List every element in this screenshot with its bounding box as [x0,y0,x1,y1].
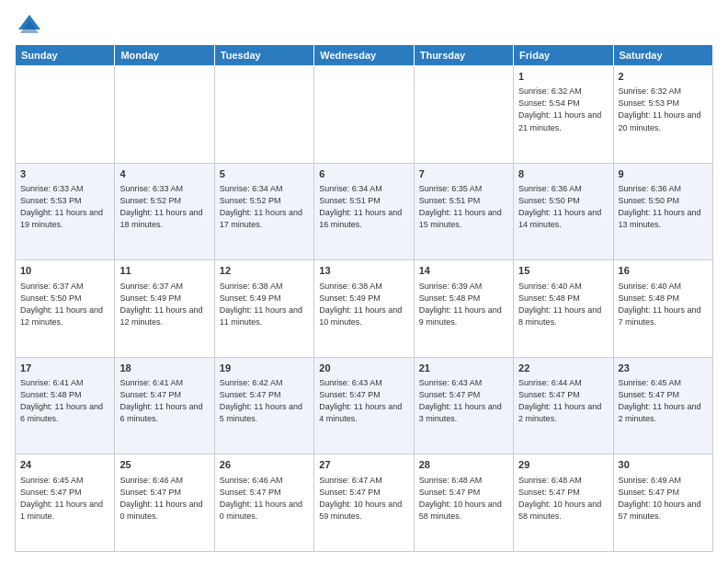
weekday-header-sunday: Sunday [16,45,115,66]
day-info: Sunrise: 6:32 AM Sunset: 5:54 PM Dayligh… [518,86,608,133]
day-info: Sunrise: 6:35 AM Sunset: 5:51 PM Dayligh… [419,183,508,231]
day-number: 4 [119,167,209,181]
calendar-cell: 14Sunrise: 6:39 AM Sunset: 5:48 PM Dayli… [414,260,513,358]
day-info: Sunrise: 6:45 AM Sunset: 5:47 PM Dayligh… [619,377,708,425]
day-number: 7 [419,167,508,181]
day-number: 15 [518,264,608,278]
day-info: Sunrise: 6:38 AM Sunset: 5:49 PM Dayligh… [319,281,408,328]
calendar-cell: 4Sunrise: 6:33 AM Sunset: 5:52 PM Daylig… [115,163,214,260]
day-number: 18 [119,362,209,375]
calendar-cell: 21Sunrise: 6:43 AM Sunset: 5:47 PM Dayli… [414,357,513,454]
weekday-header-friday: Friday [514,45,613,66]
weekday-header-tuesday: Tuesday [214,45,313,66]
page: SundayMondayTuesdayWednesdayThursdayFrid… [0,0,728,563]
day-info: Sunrise: 6:37 AM Sunset: 5:49 PM Dayligh… [119,281,209,328]
day-number: 12 [220,264,309,278]
calendar-cell: 9Sunrise: 6:36 AM Sunset: 5:50 PM Daylig… [613,163,712,260]
day-info: Sunrise: 6:36 AM Sunset: 5:50 PM Dayligh… [619,183,708,231]
calendar-cell: 12Sunrise: 6:38 AM Sunset: 5:49 PM Dayli… [214,260,313,358]
day-number: 10 [20,264,109,278]
calendar-cell: 17Sunrise: 6:41 AM Sunset: 5:48 PM Dayli… [16,357,115,454]
day-number: 9 [619,167,708,181]
calendar-cell: 5Sunrise: 6:34 AM Sunset: 5:52 PM Daylig… [214,163,313,260]
calendar-cell [214,66,313,164]
calendar-cell: 27Sunrise: 6:47 AM Sunset: 5:47 PM Dayli… [314,454,414,552]
calendar-cell: 25Sunrise: 6:46 AM Sunset: 5:47 PM Dayli… [115,454,214,552]
calendar-cell: 22Sunrise: 6:44 AM Sunset: 5:47 PM Dayli… [514,357,613,454]
day-info: Sunrise: 6:46 AM Sunset: 5:47 PM Dayligh… [220,475,309,523]
weekday-header-thursday: Thursday [414,45,513,66]
calendar-cell: 26Sunrise: 6:46 AM Sunset: 5:47 PM Dayli… [214,454,313,552]
day-info: Sunrise: 6:43 AM Sunset: 5:47 PM Dayligh… [419,377,508,425]
day-number: 29 [518,458,608,472]
calendar-cell: 8Sunrise: 6:36 AM Sunset: 5:50 PM Daylig… [514,163,613,260]
day-number: 23 [619,362,708,375]
week-row-0: 1Sunrise: 6:32 AM Sunset: 5:54 PM Daylig… [16,66,713,164]
day-number: 3 [20,167,109,181]
day-info: Sunrise: 6:43 AM Sunset: 5:47 PM Dayligh… [319,377,408,425]
calendar-cell: 2Sunrise: 6:32 AM Sunset: 5:53 PM Daylig… [613,66,712,164]
week-row-3: 17Sunrise: 6:41 AM Sunset: 5:48 PM Dayli… [16,357,713,454]
day-number: 17 [20,362,109,375]
calendar-cell: 15Sunrise: 6:40 AM Sunset: 5:48 PM Dayli… [514,260,613,358]
week-row-2: 10Sunrise: 6:37 AM Sunset: 5:50 PM Dayli… [16,260,713,358]
calendar-cell: 13Sunrise: 6:38 AM Sunset: 5:49 PM Dayli… [314,260,414,358]
day-info: Sunrise: 6:47 AM Sunset: 5:47 PM Dayligh… [319,475,408,523]
day-number: 8 [518,167,608,181]
day-number: 30 [619,458,708,472]
day-info: Sunrise: 6:42 AM Sunset: 5:47 PM Dayligh… [220,377,309,425]
calendar-cell [414,66,513,164]
day-number: 13 [319,264,408,278]
calendar-cell [115,66,214,164]
weekday-header-wednesday: Wednesday [314,45,414,66]
calendar-cell: 20Sunrise: 6:43 AM Sunset: 5:47 PM Dayli… [314,357,414,454]
day-number: 11 [119,264,209,278]
logo [15,11,44,37]
day-number: 2 [619,70,708,84]
calendar-cell: 3Sunrise: 6:33 AM Sunset: 5:53 PM Daylig… [16,163,115,260]
calendar-cell: 23Sunrise: 6:45 AM Sunset: 5:47 PM Dayli… [613,357,712,454]
weekday-header-row: SundayMondayTuesdayWednesdayThursdayFrid… [16,45,713,66]
logo-icon [15,11,40,37]
day-info: Sunrise: 6:41 AM Sunset: 5:48 PM Dayligh… [20,377,109,425]
calendar-cell: 1Sunrise: 6:32 AM Sunset: 5:54 PM Daylig… [514,66,613,164]
day-info: Sunrise: 6:49 AM Sunset: 5:47 PM Dayligh… [619,475,708,523]
day-number: 22 [518,362,608,375]
day-number: 28 [419,458,508,472]
week-row-1: 3Sunrise: 6:33 AM Sunset: 5:53 PM Daylig… [16,163,713,260]
weekday-header-monday: Monday [115,45,214,66]
day-info: Sunrise: 6:33 AM Sunset: 5:52 PM Dayligh… [119,183,209,231]
day-number: 21 [419,362,508,375]
calendar-cell: 19Sunrise: 6:42 AM Sunset: 5:47 PM Dayli… [214,357,313,454]
day-info: Sunrise: 6:38 AM Sunset: 5:49 PM Dayligh… [220,281,309,328]
day-number: 5 [220,167,309,181]
day-number: 24 [20,458,109,472]
day-number: 1 [518,70,608,84]
calendar-cell: 10Sunrise: 6:37 AM Sunset: 5:50 PM Dayli… [16,260,115,358]
calendar-cell [314,66,414,164]
day-info: Sunrise: 6:45 AM Sunset: 5:47 PM Dayligh… [20,475,109,523]
calendar-cell: 30Sunrise: 6:49 AM Sunset: 5:47 PM Dayli… [613,454,712,552]
day-number: 6 [319,167,408,181]
day-info: Sunrise: 6:44 AM Sunset: 5:47 PM Dayligh… [518,377,608,425]
day-info: Sunrise: 6:34 AM Sunset: 5:52 PM Dayligh… [220,183,309,231]
day-number: 14 [419,264,508,278]
calendar-cell: 6Sunrise: 6:34 AM Sunset: 5:51 PM Daylig… [314,163,414,260]
day-info: Sunrise: 6:39 AM Sunset: 5:48 PM Dayligh… [419,281,508,328]
calendar-cell: 18Sunrise: 6:41 AM Sunset: 5:47 PM Dayli… [115,357,214,454]
calendar-cell: 11Sunrise: 6:37 AM Sunset: 5:49 PM Dayli… [115,260,214,358]
day-number: 19 [220,362,309,375]
calendar-table: SundayMondayTuesdayWednesdayThursdayFrid… [15,44,713,552]
day-number: 25 [119,458,209,472]
day-info: Sunrise: 6:48 AM Sunset: 5:47 PM Dayligh… [419,475,508,523]
day-number: 16 [619,264,708,278]
day-info: Sunrise: 6:32 AM Sunset: 5:53 PM Dayligh… [619,86,708,133]
weekday-header-saturday: Saturday [613,45,712,66]
day-number: 27 [319,458,408,472]
day-info: Sunrise: 6:46 AM Sunset: 5:47 PM Dayligh… [119,475,209,523]
day-info: Sunrise: 6:33 AM Sunset: 5:53 PM Dayligh… [20,183,109,231]
day-number: 20 [319,362,408,375]
week-row-4: 24Sunrise: 6:45 AM Sunset: 5:47 PM Dayli… [16,454,713,552]
header [15,11,713,37]
day-info: Sunrise: 6:37 AM Sunset: 5:50 PM Dayligh… [20,281,109,328]
